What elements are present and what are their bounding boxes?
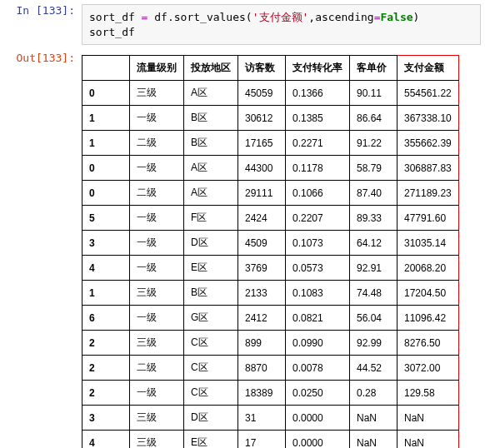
- cell: 45059: [238, 81, 286, 106]
- col-header: 支付转化率: [286, 56, 350, 81]
- cell: 一级: [130, 106, 184, 131]
- cell: 86.64: [350, 106, 398, 131]
- cell: 20068.20: [398, 256, 459, 281]
- cell: 92.91: [350, 256, 398, 281]
- cell: NaN: [350, 431, 398, 448]
- cell: 3072.00: [398, 356, 459, 381]
- cell: 17: [238, 431, 286, 448]
- cell: NaN: [350, 406, 398, 431]
- cell: 三级: [130, 431, 184, 448]
- table-row: 0 二级 A区 29111 0.1066 87.40 271189.23: [82, 181, 459, 206]
- cell: 三级: [130, 281, 184, 306]
- row-index: 6: [82, 306, 130, 331]
- table-row: 5 一级 F区 2424 0.2207 89.33 47791.60: [82, 206, 459, 231]
- cell: 8276.50: [398, 331, 459, 356]
- cell: 355662.39: [398, 131, 459, 156]
- cell: 0.0821: [286, 306, 350, 331]
- cell: 0.1083: [286, 281, 350, 306]
- cell: 11096.42: [398, 306, 459, 331]
- cell: 56.04: [350, 306, 398, 331]
- cell: 44300: [238, 156, 286, 181]
- cell: 64.12: [350, 231, 398, 256]
- cell: 30612: [238, 106, 286, 131]
- cell: 0.1178: [286, 156, 350, 181]
- col-header: 访客数: [238, 56, 286, 81]
- cell: 129.58: [398, 381, 459, 406]
- cell: 0.28: [350, 381, 398, 406]
- row-index: 2: [82, 331, 130, 356]
- code-token: False: [380, 11, 412, 23]
- table-row: 0 三级 A区 45059 0.1366 90.11 554561.22: [82, 81, 459, 106]
- cell: G区: [184, 306, 238, 331]
- cell: B区: [184, 131, 238, 156]
- code-token: (: [246, 11, 252, 23]
- cell: 三级: [130, 81, 184, 106]
- cell: 306887.83: [398, 156, 459, 181]
- input-cell: In [133]: sort_df = df.sort_values('支付金额…: [4, 4, 481, 45]
- cell: 2412: [238, 306, 286, 331]
- table-row: 0 一级 A区 44300 0.1178 58.79 306887.83: [82, 156, 459, 181]
- cell: 31: [238, 406, 286, 431]
- row-index: 5: [82, 206, 130, 231]
- col-header: 流量级别: [130, 56, 184, 81]
- cell: 一级: [130, 256, 184, 281]
- col-header: 支付金额: [398, 56, 459, 81]
- code-token: ascending: [315, 11, 373, 23]
- cell: NaN: [398, 406, 459, 431]
- cell: 0.2271: [286, 131, 350, 156]
- output-cell: Out[133]: 流量级别 投放地区 访客数 支付转化率 客单价 支付金额 0…: [4, 52, 481, 448]
- cell: 0.1366: [286, 81, 350, 106]
- cell: C区: [184, 356, 238, 381]
- cell: 8870: [238, 356, 286, 381]
- cell: 58.79: [350, 156, 398, 181]
- code-token: sort_df: [89, 11, 135, 23]
- cell: 0.0573: [286, 256, 350, 281]
- col-header: 投放地区: [184, 56, 238, 81]
- cell: 一级: [130, 231, 184, 256]
- cell: 17165: [238, 131, 286, 156]
- table-row: 4 一级 E区 3769 0.0573 92.91 20068.20: [82, 256, 459, 281]
- row-index: 4: [82, 431, 130, 448]
- table-row: 2 一级 C区 18389 0.0250 0.28 129.58: [82, 381, 459, 406]
- table-row: 1 三级 B区 2133 0.1083 74.48 17204.50: [82, 281, 459, 306]
- cell: 367338.10: [398, 106, 459, 131]
- cell: 4509: [238, 231, 286, 256]
- cell: 554561.22: [398, 81, 459, 106]
- dataframe-table: 流量级别 投放地区 访客数 支付转化率 客单价 支付金额 0 三级 A区 450…: [82, 55, 459, 448]
- cell: 二级: [130, 356, 184, 381]
- input-prompt: In [133]:: [4, 4, 82, 17]
- row-index: 4: [82, 256, 130, 281]
- cell: 90.11: [350, 81, 398, 106]
- code-token: '支付金额': [252, 11, 309, 23]
- cell: 0.0250: [286, 381, 350, 406]
- cell: 47791.60: [398, 206, 459, 231]
- cell: 3769: [238, 256, 286, 281]
- cell: 0.1073: [286, 231, 350, 256]
- cell: 一级: [130, 206, 184, 231]
- cell: E区: [184, 256, 238, 281]
- row-index: 3: [82, 231, 130, 256]
- cell: 74.48: [350, 281, 398, 306]
- cell: D区: [184, 406, 238, 431]
- cell: C区: [184, 331, 238, 356]
- code-token: sort_df: [89, 26, 135, 38]
- cell: 2424: [238, 206, 286, 231]
- cell: E区: [184, 431, 238, 448]
- cell: 0.0990: [286, 331, 350, 356]
- cell: 一级: [130, 156, 184, 181]
- cell: 一级: [130, 306, 184, 331]
- output-area: 流量级别 投放地区 访客数 支付转化率 客单价 支付金额 0 三级 A区 450…: [82, 52, 481, 448]
- row-index: 1: [82, 281, 130, 306]
- cell: A区: [184, 81, 238, 106]
- cell: 2133: [238, 281, 286, 306]
- cell: 29111: [238, 181, 286, 206]
- table-row: 1 一级 B区 30612 0.1385 86.64 367338.10: [82, 106, 459, 131]
- row-index: 1: [82, 131, 130, 156]
- cell: 18389: [238, 381, 286, 406]
- cell: 0.0078: [286, 356, 350, 381]
- code-input[interactable]: sort_df = df.sort_values('支付金额',ascendin…: [82, 4, 481, 45]
- cell: 92.99: [350, 331, 398, 356]
- cell: B区: [184, 281, 238, 306]
- cell: NaN: [398, 431, 459, 448]
- row-index: 0: [82, 181, 130, 206]
